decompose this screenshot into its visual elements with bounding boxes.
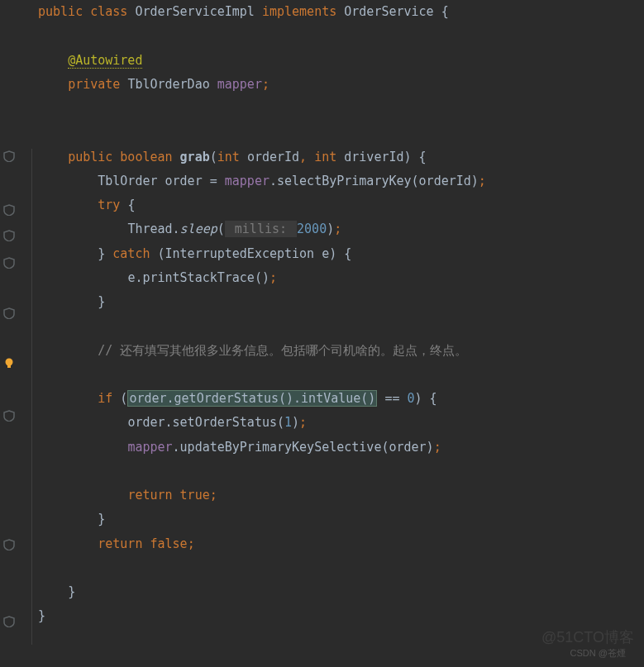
code-line: try { (38, 193, 644, 217)
intention-bulb-icon[interactable] (3, 357, 15, 369)
code-line: Thread.sleep( millis: 2000); (38, 217, 644, 241)
override-icon (3, 410, 15, 422)
code-line: @Autowired (38, 49, 644, 73)
override-icon (3, 307, 15, 319)
code-line (38, 24, 644, 48)
code-line: public class OrderServiceImpl implements… (38, 0, 644, 24)
code-line: e.printStackTrace(); (38, 266, 644, 290)
code-line: } (38, 580, 644, 604)
override-icon (3, 230, 15, 241)
code-line (38, 314, 644, 338)
code-line: private TblOrderDao mapper; (38, 73, 644, 97)
code-line: return false; (38, 532, 644, 556)
structure-guide (31, 149, 32, 645)
editor-gutter (0, 0, 31, 667)
code-line (38, 97, 644, 121)
svg-rect-1 (7, 365, 11, 368)
code-line: TblOrder order = mapper.selectByPrimaryK… (38, 169, 644, 193)
override-icon (3, 257, 15, 269)
code-line: // 还有填写其他很多业务信息。包括哪个司机啥的。起点，终点。 (38, 339, 644, 363)
code-line: return true; (38, 484, 644, 507)
override-icon (3, 539, 15, 550)
code-line: } (38, 507, 644, 531)
code-line (38, 121, 644, 145)
code-line: } catch (InterruptedException e) { (38, 242, 644, 266)
code-editor[interactable]: public class OrderServiceImpl implements… (0, 0, 644, 667)
code-content[interactable]: public class OrderServiceImpl implements… (31, 0, 644, 667)
code-line (38, 363, 644, 387)
code-line: } (38, 290, 644, 314)
override-icon (3, 616, 15, 627)
code-line: if (order.getOrderStatus().intValue() ==… (38, 387, 644, 411)
code-line: order.setOrderStatus(1); (38, 411, 644, 435)
code-line: mapper.updateByPrimaryKeySelective(order… (38, 436, 644, 460)
svg-point-0 (6, 359, 13, 366)
code-line (38, 460, 644, 484)
code-line: public boolean grab(int orderId, int dri… (38, 145, 644, 169)
code-line (38, 556, 644, 580)
override-icon (3, 204, 15, 216)
watermark: CSDN @苍煙 (570, 645, 626, 662)
override-icon (3, 150, 15, 162)
